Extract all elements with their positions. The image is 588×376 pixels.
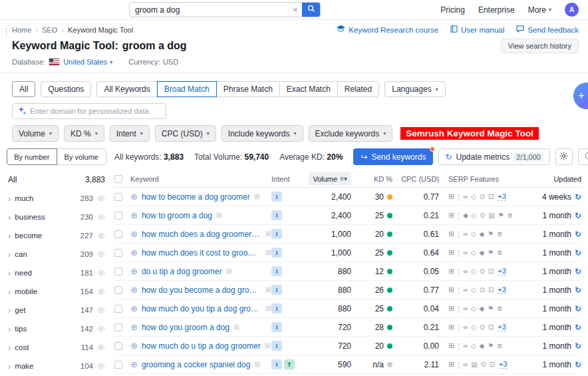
chevron-right-icon[interactable]: › [8,213,11,222]
eye-icon[interactable] [97,287,105,295]
serp-preview-icon[interactable]: ⊞ [448,211,454,220]
table-row[interactable]: ⊕how to groom a dog⊞ I 2,400 25 0.21 ⊞|◆… [114,206,581,225]
serp-snapshot-icon[interactable]: ⊞ [226,267,232,276]
send-keywords-button[interactable]: ↪ Send keywords [353,148,433,165]
avatar[interactable]: A [565,3,579,17]
intent-filter[interactable]: Intent▾ [110,125,150,142]
nav-enterprise[interactable]: Enterprise [478,5,515,15]
refresh-icon[interactable]: ↻ [575,248,581,258]
column-serp-features[interactable]: SERP Features [439,175,527,183]
eye-icon[interactable] [97,269,105,277]
breadcrumb-seo[interactable]: SEO [42,26,57,34]
serp-more-link[interactable]: +3 [498,267,506,276]
refresh-icon[interactable]: ↻ [575,192,581,202]
keyword-link[interactable]: how to groom a dog [142,211,212,220]
table-row[interactable]: ⊕do u tip a dog groomer⊞ I 880 12 0.05 ⊞… [114,262,581,281]
chevron-right-icon[interactable]: › [8,362,11,371]
eye-icon[interactable] [97,213,105,221]
serp-snapshot-icon[interactable]: ⊞ [216,211,222,220]
table-row[interactable]: ⊕how do you become a dog groomer⊞ I 880 … [114,281,581,299]
sidebar-group-business[interactable]: › business 230 [7,208,106,226]
eye-icon[interactable] [97,250,105,258]
toggle-by-number[interactable]: By number [7,148,57,165]
table-row[interactable]: ⊕grooming a cocker spaniel dog⊞ IT 590 n… [114,355,581,374]
table-row[interactable]: ⊕how much do u tip a dog groomer⊞ I 720 … [114,337,581,355]
refresh-icon[interactable]: ↻ [575,230,581,239]
column-kd[interactable]: KD % [351,175,392,183]
breadcrumb-home[interactable]: Home [12,26,31,34]
global-search-input[interactable] [130,5,289,15]
refresh-icon[interactable]: ↻ [575,304,581,313]
row-checkbox[interactable] [114,230,122,238]
limits-button[interactable]: 7/10 [578,148,588,165]
keyword-link[interactable]: how much does it cost to groom a dog [142,248,261,258]
eye-icon[interactable] [97,194,105,202]
add-keyword-icon[interactable]: ⊕ [130,285,138,294]
serp-snapshot-icon[interactable]: ⊞ [265,230,271,238]
row-checkbox[interactable] [114,249,122,257]
select-all-checkbox[interactable] [114,175,122,183]
add-keyword-icon[interactable]: ⊕ [130,211,138,220]
sidebar-group-much[interactable]: › much 283 [7,189,106,208]
refresh-icon[interactable]: ↻ [575,285,581,295]
table-row[interactable]: ⊕how much does it cost to groom a dog⊞ I… [114,244,581,262]
chevron-right-icon[interactable]: › [8,269,11,278]
serp-more-link[interactable]: +3 [498,285,506,294]
search-button[interactable] [302,2,320,17]
chevron-right-icon[interactable]: › [8,232,11,240]
serp-more-link[interactable]: +3 [498,323,506,331]
serp-snapshot-icon[interactable]: ⊞ [265,285,271,294]
keyword-link[interactable]: how much do u tip a dog groomer [142,341,261,351]
tab-questions[interactable]: Questions [41,81,91,97]
send-feedback-link[interactable]: Send feedback [516,25,579,34]
row-checkbox[interactable] [114,342,122,350]
serp-preview-icon[interactable]: ⊞ [448,341,454,350]
serp-more-link[interactable]: +3 [498,192,506,201]
serp-preview-icon[interactable]: ⊞ [448,267,454,276]
domain-input[interactable]: Enter domain for personalized data [12,103,166,119]
tab-broad-match[interactable]: Broad Match [157,81,217,97]
database-selector[interactable]: United States ▾ [63,58,112,66]
languages-dropdown[interactable]: Languages ▾ [384,81,445,97]
add-keyword-icon[interactable]: ⊕ [130,230,138,238]
add-keyword-icon[interactable]: ⊕ [130,192,138,201]
table-row[interactable]: ⊕how do you groom a dog⊞ I 720 28 0.21 ⊞… [114,318,581,337]
serp-preview-icon[interactable]: ⊞ [448,360,454,369]
keyword-link[interactable]: do u tip a dog groomer [142,267,222,276]
refresh-icon[interactable]: ↻ [575,267,581,276]
serp-more-link[interactable]: +3 [499,360,508,369]
keyword-link[interactable]: how much do you tip a dog groomer [142,304,261,313]
column-keyword[interactable]: Keyword [130,175,271,183]
row-checkbox[interactable] [114,212,122,220]
group-all-row[interactable]: All 3,883 [7,172,106,189]
serp-snapshot-icon[interactable]: ⊞ [265,248,271,257]
add-keyword-icon[interactable]: ⊕ [130,360,138,369]
table-row[interactable]: ⊕how to become a dog groomer⊞ I 2,400 30… [114,188,581,206]
tab-related[interactable]: Related [337,81,379,97]
tab-all-keywords[interactable]: All Keywords [96,81,157,97]
serp-preview-icon[interactable]: ⊞ [448,248,454,257]
keyword-link[interactable]: grooming a cocker spaniel dog [142,360,250,369]
drag-handle-dots-icon[interactable]: ⋮ [2,27,11,37]
eye-icon[interactable] [97,232,105,240]
column-updated[interactable]: Updated [527,175,581,183]
global-search-box[interactable]: × [129,2,321,17]
row-checkbox[interactable] [114,305,122,313]
row-checkbox[interactable] [114,361,122,369]
add-keyword-icon[interactable]: ⊕ [130,341,138,350]
sidebar-group-need[interactable]: › need 181 [7,264,106,282]
toggle-by-volume[interactable]: By volume [57,148,107,165]
eye-icon[interactable] [97,362,105,370]
update-metrics-button[interactable]: ↻ Update metrics 2/1,000 [438,148,549,165]
nav-more[interactable]: More ▾ [528,5,551,15]
tab-exact-match[interactable]: Exact Match [279,81,338,97]
eye-icon[interactable] [97,325,105,333]
clear-search-icon[interactable]: × [289,5,302,15]
sidebar-group-mobile[interactable]: › mobile 154 [7,282,106,301]
sidebar-group-make[interactable]: › make 104 [7,357,106,375]
chevron-right-icon[interactable]: › [8,306,11,315]
serp-preview-icon[interactable]: ⊞ [448,323,454,331]
serp-preview-icon[interactable]: ⊞ [448,304,454,313]
keyword-link[interactable]: how do you groom a dog [142,323,229,332]
chevron-right-icon[interactable]: › [8,250,11,259]
